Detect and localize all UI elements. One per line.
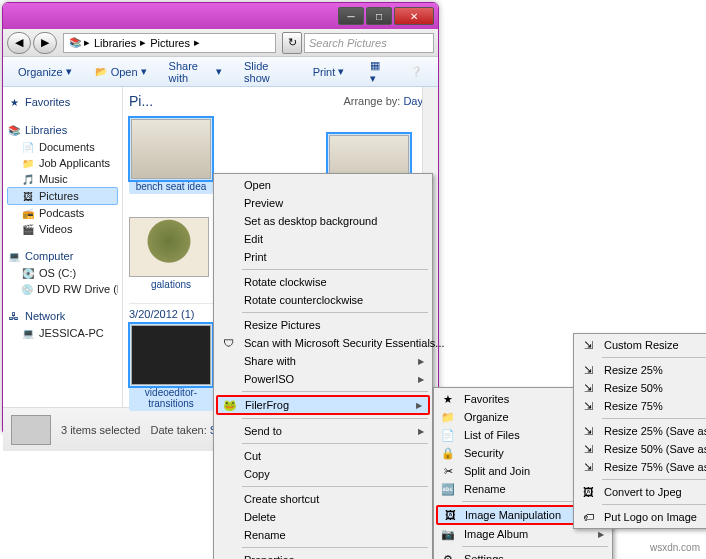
menu-icon: ⇲ [580, 459, 596, 475]
menu-item-poweriso[interactable]: PowerISO [216, 370, 430, 388]
sidebar-item-pc[interactable]: 💻JESSICA-PC [7, 325, 118, 341]
menu-item-set-as-desktop-background[interactable]: Set as desktop background [216, 212, 430, 230]
menu-icon: 📷 [440, 526, 456, 542]
pc-icon: 💻 [21, 326, 35, 340]
folder-icon: 🖼 [21, 189, 35, 203]
menu-icon: ⚙ [440, 551, 456, 559]
thumbnail-label: galations [129, 279, 213, 290]
menu-item-resize-25-[interactable]: ⇲Resize 25% [576, 361, 706, 379]
drive-icon: 💿 [21, 282, 33, 296]
sidebar-item-music[interactable]: 🎵Music [7, 171, 118, 187]
help-button[interactable]: ❔ [400, 61, 432, 83]
maximize-button[interactable]: □ [366, 7, 392, 25]
menu-item-cut[interactable]: Cut [216, 447, 430, 465]
organize-button[interactable]: Organize ▾ [9, 61, 81, 82]
back-button[interactable]: ◀ [7, 32, 31, 54]
star-icon: ★ [7, 95, 21, 109]
arrange-by-value[interactable]: Day [403, 95, 423, 107]
menu-item-rename[interactable]: Rename [216, 526, 430, 544]
menu-icon: 🏷 [580, 509, 596, 525]
close-button[interactable]: ✕ [394, 7, 434, 25]
menu-item-edit[interactable]: Edit [216, 230, 430, 248]
sidebar-network[interactable]: 🖧Network [7, 307, 118, 325]
slideshow-button[interactable]: Slide show [235, 56, 300, 88]
menu-item-convert-to-jpeg[interactable]: 🖼Convert to Jpeg [576, 483, 706, 501]
menu-item-print[interactable]: Print [216, 248, 430, 266]
menu-item-custom-resize[interactable]: ⇲Custom Resize [576, 336, 706, 354]
breadcrumb-icon: 📚 [68, 36, 82, 50]
menu-item-settings[interactable]: ⚙Settings [436, 550, 610, 559]
search-input[interactable]: Search Pictures [304, 33, 434, 53]
menu-item-resize-75-save-as-jpeg-[interactable]: ⇲Resize 75% (Save as Jpeg) [576, 458, 706, 476]
breadcrumb-item[interactable]: Pictures [148, 37, 192, 49]
menu-icon: 🐸 [222, 397, 238, 413]
open-button[interactable]: 📂Open ▾ [85, 61, 156, 83]
menu-item-rotate-clockwise[interactable]: Rotate clockwise [216, 273, 430, 291]
help-icon: ❔ [409, 65, 423, 79]
watermark: wsxdn.com [650, 542, 700, 553]
menu-item-send-to[interactable]: Send to [216, 422, 430, 440]
thumbnail-label: bench seat idea [131, 181, 211, 192]
sidebar-item-podcasts[interactable]: 📻Podcasts [7, 205, 118, 221]
menu-icon: 🔤 [440, 481, 456, 497]
thumbnail-image [129, 217, 209, 277]
menu-item-scan-with-microsoft-security-essentials-[interactable]: 🛡Scan with Microsoft Security Essentials… [216, 334, 430, 352]
thumbnail[interactable]: videoeditor-transitions [129, 323, 213, 411]
sidebar-favorites[interactable]: ★Favorites [7, 93, 118, 111]
menu-icon: ★ [440, 391, 456, 407]
sidebar-item-drive[interactable]: 💽OS (C:) [7, 265, 118, 281]
drive-icon: 💽 [21, 266, 35, 280]
menu-item-delete[interactable]: Delete [216, 508, 430, 526]
thumbnail-image [131, 325, 211, 385]
refresh-button[interactable]: ↻ [282, 32, 302, 54]
sidebar-item-job-applicants[interactable]: 📁Job Applicants [7, 155, 118, 171]
menu-item-share-with[interactable]: Share with [216, 352, 430, 370]
titlebar: ─ □ ✕ [3, 3, 438, 29]
toolbar: Organize ▾ 📂Open ▾ Share with ▾ Slide sh… [3, 57, 438, 87]
sidebar-item-documents[interactable]: 📄Documents [7, 139, 118, 155]
sidebar-item-pictures[interactable]: 🖼Pictures [7, 187, 118, 205]
menu-icon: ⇲ [580, 441, 596, 457]
print-button[interactable]: Print ▾ [304, 61, 354, 82]
view-button[interactable]: ▦ ▾ [361, 55, 396, 89]
menu-item-filerfrog[interactable]: 🐸FilerFrog [216, 395, 430, 415]
breadcrumb[interactable]: 📚 ▸ Libraries ▸ Pictures ▸ [63, 33, 276, 53]
menu-item-resize-50-save-as-jpeg-[interactable]: ⇲Resize 50% (Save as Jpeg) [576, 440, 706, 458]
context-menu: OpenPreviewSet as desktop backgroundEdit… [213, 173, 433, 559]
share-button[interactable]: Share with ▾ [160, 56, 231, 88]
menu-item-create-shortcut[interactable]: Create shortcut [216, 490, 430, 508]
menu-icon: ⇲ [580, 337, 596, 353]
sidebar-computer[interactable]: 💻Computer [7, 247, 118, 265]
forward-button[interactable]: ▶ [33, 32, 57, 54]
menu-item-rotate-counterclockwise[interactable]: Rotate counterclockwise [216, 291, 430, 309]
menu-item-resize-75-[interactable]: ⇲Resize 75% [576, 397, 706, 415]
folder-icon: 📻 [21, 206, 35, 220]
menu-icon: ⇲ [580, 423, 596, 439]
thumbnail[interactable]: galations [129, 217, 213, 290]
menu-icon: ⇲ [580, 380, 596, 396]
status-count: 3 items selected [61, 424, 140, 436]
thumbnail[interactable]: bench seat idea [129, 117, 213, 194]
menu-item-resize-pictures[interactable]: Resize Pictures [216, 316, 430, 334]
sidebar-libraries[interactable]: 📚Libraries [7, 121, 118, 139]
sidebar-item-drive[interactable]: 💿DVD RW Drive (D:) A [7, 281, 118, 297]
navbar: ◀ ▶ 📚 ▸ Libraries ▸ Pictures ▸ ↻ Search … [3, 29, 438, 57]
thumbnail-label: videoeditor-transitions [131, 387, 211, 409]
minimize-button[interactable]: ─ [338, 7, 364, 25]
menu-item-properties[interactable]: Properties [216, 551, 430, 559]
library-title: Pi... [129, 93, 153, 109]
menu-item-resize-50-[interactable]: ⇲Resize 50% [576, 379, 706, 397]
breadcrumb-item[interactable]: Libraries [92, 37, 138, 49]
menu-item-copy[interactable]: Copy [216, 465, 430, 483]
menu-item-preview[interactable]: Preview [216, 194, 430, 212]
folder-icon: 🎵 [21, 172, 35, 186]
submenu-image-manipulation: ⇲Custom Resize⇲Resize 25%⇲Resize 50%⇲Res… [573, 333, 706, 529]
menu-item-resize-25-save-as-jpeg-[interactable]: ⇲Resize 25% (Save as Jpeg) [576, 422, 706, 440]
folder-icon: 📁 [21, 156, 35, 170]
menu-icon: 🛡 [220, 335, 236, 351]
menu-icon: 🔒 [440, 445, 456, 461]
sidebar-item-videos[interactable]: 🎬Videos [7, 221, 118, 237]
menu-item-open[interactable]: Open [216, 176, 430, 194]
folder-icon: 🎬 [21, 222, 35, 236]
menu-item-put-logo-on-image[interactable]: 🏷Put Logo on Image [576, 508, 706, 526]
